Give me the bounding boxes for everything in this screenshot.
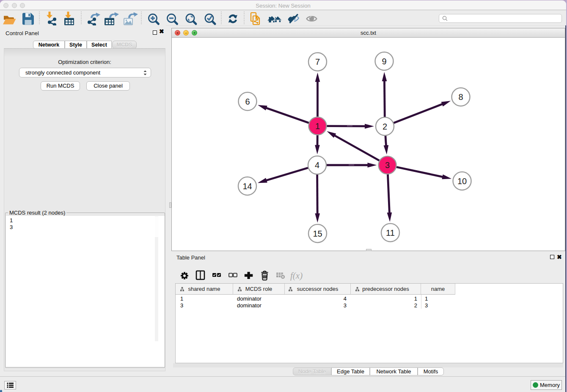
svg-text:11: 11 [386, 228, 395, 237]
svg-text:6: 6 [245, 97, 250, 106]
svg-text:f(x): f(x) [290, 271, 303, 281]
svg-text:1: 1 [315, 121, 320, 131]
svg-text:10: 10 [457, 177, 467, 186]
svg-text:9: 9 [382, 57, 386, 66]
svg-text:15: 15 [313, 229, 322, 238]
svg-text:8: 8 [458, 92, 463, 102]
svg-text:3: 3 [385, 160, 390, 170]
svg-text:7: 7 [315, 57, 320, 66]
svg-text:4: 4 [315, 160, 319, 170]
svg-text:14: 14 [242, 182, 252, 191]
svg-text:2: 2 [383, 122, 387, 131]
